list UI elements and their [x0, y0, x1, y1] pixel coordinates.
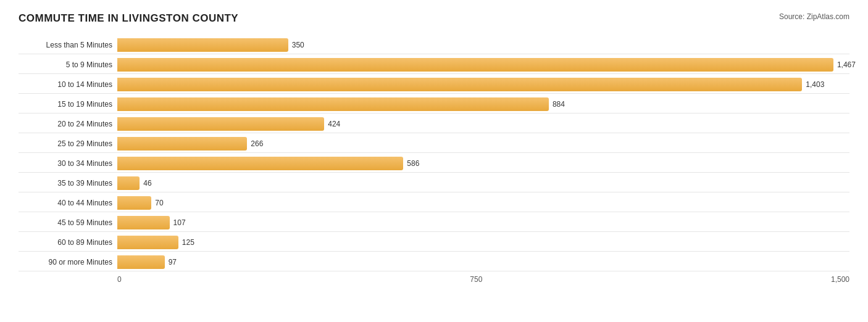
- bar-row: 15 to 19 Minutes884: [19, 95, 849, 114]
- bar-row: 25 to 29 Minutes266: [19, 134, 849, 153]
- x-axis-label-1500: 1,500: [831, 275, 849, 284]
- chart-source: Source: ZipAtlas.com: [779, 12, 849, 21]
- x-axis-label-750: 750: [470, 275, 482, 284]
- bar-label: 25 to 29 Minutes: [19, 139, 117, 148]
- chart-title: COMMUTE TIME IN LIVINGSTON COUNTY: [19, 12, 238, 25]
- bar-row: 45 to 59 Minutes107: [19, 213, 849, 232]
- bar-container: 97: [117, 255, 849, 269]
- bar-row: Less than 5 Minutes350: [19, 36, 849, 54]
- bar-container: 884: [117, 97, 849, 111]
- x-axis-labels: 0 750 1,500: [117, 275, 849, 284]
- bar-row: 35 to 39 Minutes46: [19, 174, 849, 192]
- bar-value: 125: [182, 238, 194, 247]
- bar-label: Less than 5 Minutes: [19, 41, 117, 49]
- bar-value: 266: [251, 139, 263, 148]
- bar: [117, 137, 247, 151]
- bar-container: 70: [117, 196, 849, 210]
- bar-container: 424: [117, 117, 849, 131]
- bar-row: 90 or more Minutes97: [19, 253, 849, 271]
- bar-value: 1,467: [837, 60, 856, 69]
- bar-row: 20 to 24 Minutes424: [19, 115, 849, 133]
- bar-value: 70: [155, 199, 163, 207]
- bar-row: 60 to 89 Minutes125: [19, 233, 849, 252]
- bar-row: 40 to 44 Minutes70: [19, 194, 849, 212]
- bar: [117, 176, 140, 190]
- bar-label: 20 to 24 Minutes: [19, 120, 117, 128]
- bar-container: 350: [117, 38, 849, 52]
- bar-label: 35 to 39 Minutes: [19, 179, 117, 188]
- bar: [117, 236, 178, 249]
- bar-value: 46: [143, 179, 151, 188]
- bar-label: 40 to 44 Minutes: [19, 199, 117, 207]
- bar-value: 97: [169, 258, 177, 266]
- bar-container: 1,403: [117, 78, 849, 91]
- bar-container: 1,467: [117, 58, 856, 72]
- bar-container: 586: [117, 157, 849, 170]
- x-axis-label-0: 0: [117, 275, 122, 284]
- bar: [117, 157, 403, 170]
- bar-label: 60 to 89 Minutes: [19, 238, 117, 247]
- bar-label: 45 to 59 Minutes: [19, 218, 117, 227]
- bar-label: 15 to 19 Minutes: [19, 100, 117, 109]
- bar-container: 107: [117, 216, 849, 229]
- bar-label: 90 or more Minutes: [19, 258, 117, 266]
- bar: [117, 216, 170, 229]
- bar: [117, 196, 151, 210]
- bar-row: 5 to 9 Minutes1,467: [19, 56, 849, 74]
- bar: [117, 117, 324, 131]
- bar-label: 5 to 9 Minutes: [19, 60, 117, 69]
- bar: [117, 58, 833, 72]
- bar-container: 266: [117, 137, 849, 151]
- bar: [117, 255, 165, 269]
- bar-label: 30 to 34 Minutes: [19, 159, 117, 168]
- bar-value: 424: [328, 120, 340, 128]
- bar: [117, 97, 549, 111]
- bar-row: 10 to 14 Minutes1,403: [19, 75, 849, 94]
- bar-container: 46: [117, 176, 849, 190]
- x-axis: 0 750 1,500: [117, 275, 849, 284]
- bar-value: 884: [553, 100, 565, 109]
- bar-row: 30 to 34 Minutes586: [19, 154, 849, 173]
- chart-area: Less than 5 Minutes3505 to 9 Minutes1,46…: [19, 36, 849, 284]
- bar-value: 350: [292, 41, 304, 49]
- bar: [117, 78, 802, 91]
- bar: [117, 38, 288, 52]
- bar-container: 125: [117, 236, 849, 249]
- bar-value: 586: [407, 159, 419, 168]
- bar-label: 10 to 14 Minutes: [19, 80, 117, 89]
- bar-value: 1,403: [806, 80, 824, 89]
- chart-header: COMMUTE TIME IN LIVINGSTON COUNTY Source…: [19, 12, 849, 25]
- bar-value: 107: [173, 218, 186, 227]
